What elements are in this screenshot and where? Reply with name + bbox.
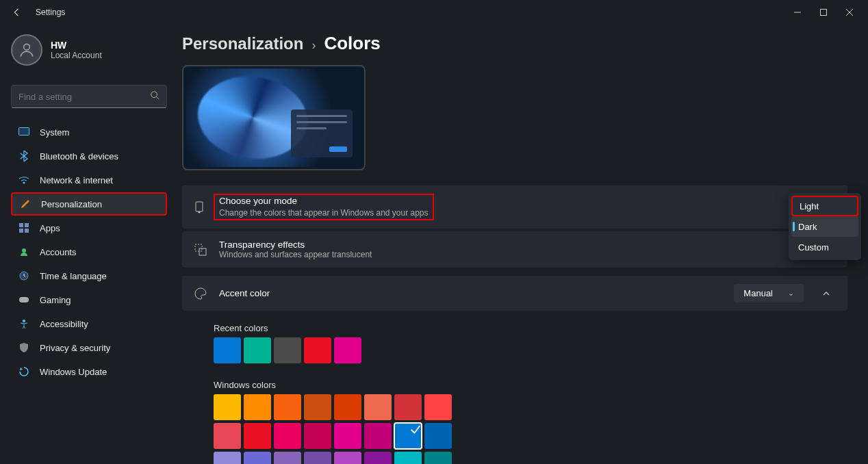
- close-button[interactable]: [837, 3, 863, 22]
- update-icon: [18, 365, 30, 378]
- choose-mode-highlight: Choose your mode Change the colors that …: [214, 194, 434, 220]
- color-swatch[interactable]: [304, 423, 331, 449]
- apps-icon: [18, 222, 30, 234]
- search-box[interactable]: [11, 85, 167, 108]
- svg-rect-17: [196, 202, 203, 211]
- color-swatch[interactable]: [424, 423, 452, 449]
- color-swatch[interactable]: [274, 423, 301, 449]
- sidebar-item-accounts[interactable]: Accounts: [11, 240, 167, 263]
- sidebar-item-time[interactable]: Time & language: [11, 264, 167, 287]
- sidebar-item-gaming[interactable]: Gaming: [11, 288, 167, 311]
- sidebar-item-bluetooth[interactable]: Bluetooth & devices: [11, 144, 167, 168]
- mode-option-label: Dark: [798, 222, 817, 232]
- sidebar-item-accessibility[interactable]: Accessibility: [11, 312, 167, 335]
- color-swatch[interactable]: [424, 394, 452, 420]
- user-block[interactable]: HW Local Account: [11, 31, 167, 74]
- chevron-up-icon: [822, 289, 830, 298]
- color-swatch[interactable]: [364, 423, 392, 449]
- color-swatch[interactable]: [214, 452, 241, 464]
- sidebar-item-label: Privacy & security: [40, 343, 110, 353]
- color-swatch[interactable]: [364, 394, 392, 420]
- accent-mode-dropdown[interactable]: Manual ⌄: [734, 284, 804, 302]
- content: Personalization › Colors Choose your mod…: [178, 25, 868, 464]
- svg-point-8: [23, 182, 25, 184]
- color-swatch[interactable]: [274, 394, 301, 420]
- windows-colors-label: Windows colors: [214, 380, 847, 390]
- maximize-icon: [820, 9, 827, 16]
- color-swatch[interactable]: [274, 452, 301, 464]
- color-swatch[interactable]: [394, 423, 422, 449]
- color-swatch[interactable]: [244, 423, 271, 449]
- sidebar-item-apps[interactable]: Apps: [11, 216, 167, 240]
- bluetooth-icon: [18, 150, 30, 162]
- avatar: [11, 34, 42, 66]
- choose-mode-row[interactable]: Choose your mode Change the colors that …: [182, 185, 847, 229]
- clock-icon: [18, 270, 30, 282]
- color-swatch[interactable]: [334, 423, 361, 449]
- sidebar-item-label: Bluetooth & devices: [40, 151, 118, 162]
- minimize-button[interactable]: [784, 3, 810, 22]
- color-swatch[interactable]: [394, 452, 422, 464]
- accent-collapse-button[interactable]: [816, 289, 837, 298]
- theme-preview: [182, 65, 366, 170]
- color-swatch[interactable]: [304, 452, 331, 464]
- color-swatch[interactable]: [214, 337, 241, 363]
- sidebar-item-update[interactable]: Windows Update: [11, 360, 167, 383]
- color-swatch[interactable]: [274, 337, 301, 363]
- mode-option-light[interactable]: Light: [791, 196, 858, 216]
- transparency-icon: [193, 242, 208, 257]
- sidebar-item-personalization[interactable]: Personalization: [11, 192, 167, 216]
- recent-colors-label: Recent colors: [214, 323, 847, 333]
- user-name: HW: [51, 40, 102, 51]
- color-swatch[interactable]: [394, 394, 422, 420]
- svg-point-4: [24, 44, 30, 50]
- windows-colors-grid: [214, 394, 460, 464]
- svg-point-5: [151, 92, 157, 98]
- breadcrumb: Personalization › Colors: [182, 33, 847, 54]
- arrow-left-icon: [12, 8, 21, 17]
- breadcrumb-parent[interactable]: Personalization: [182, 34, 303, 53]
- maximize-button[interactable]: [810, 3, 837, 22]
- color-swatch[interactable]: [364, 452, 392, 464]
- svg-rect-7: [19, 128, 29, 136]
- color-swatch[interactable]: [214, 394, 241, 420]
- color-swatch[interactable]: [334, 337, 361, 363]
- color-swatch[interactable]: [244, 452, 271, 464]
- color-swatch[interactable]: [244, 394, 271, 420]
- sidebar-item-label: Time & language: [40, 271, 107, 281]
- back-button[interactable]: [5, 1, 27, 23]
- mode-option-custom[interactable]: Custom: [791, 237, 858, 257]
- svg-rect-11: [19, 229, 23, 233]
- mode-dropdown-menu: Light Dark Custom: [789, 193, 861, 260]
- wifi-icon: [18, 174, 30, 186]
- sidebar-item-label: Personalization: [41, 199, 102, 209]
- choose-mode-sub: Change the colors that appear in Windows…: [219, 208, 429, 218]
- color-swatch[interactable]: [424, 452, 452, 464]
- sidebar-item-system[interactable]: System: [11, 120, 167, 144]
- minimize-icon: [794, 9, 801, 16]
- svg-rect-19: [195, 244, 202, 251]
- transparency-title: Transparency effects: [219, 240, 782, 250]
- color-swatch[interactable]: [304, 337, 331, 363]
- color-swatch[interactable]: [304, 394, 331, 420]
- svg-line-6: [157, 97, 159, 100]
- app-title: Settings: [36, 8, 65, 17]
- close-icon: [846, 9, 853, 16]
- color-swatch[interactable]: [214, 423, 241, 449]
- user-sub: Local Account: [51, 51, 102, 60]
- svg-rect-10: [25, 223, 29, 227]
- color-swatch[interactable]: [334, 394, 361, 420]
- gamepad-icon: [18, 294, 30, 306]
- color-swatch[interactable]: [334, 452, 361, 464]
- sidebar-item-network[interactable]: Network & internet: [11, 168, 167, 192]
- search-input[interactable]: [18, 92, 150, 102]
- sidebar-item-label: Gaming: [40, 295, 71, 305]
- mode-option-dark[interactable]: Dark: [791, 216, 858, 237]
- svg-rect-1: [821, 10, 827, 16]
- color-swatch[interactable]: [244, 337, 271, 363]
- svg-rect-12: [25, 229, 29, 233]
- svg-point-18: [199, 211, 201, 213]
- sidebar-item-privacy[interactable]: Privacy & security: [11, 336, 167, 359]
- svg-point-13: [22, 248, 26, 253]
- chevron-down-icon: ⌄: [788, 289, 794, 298]
